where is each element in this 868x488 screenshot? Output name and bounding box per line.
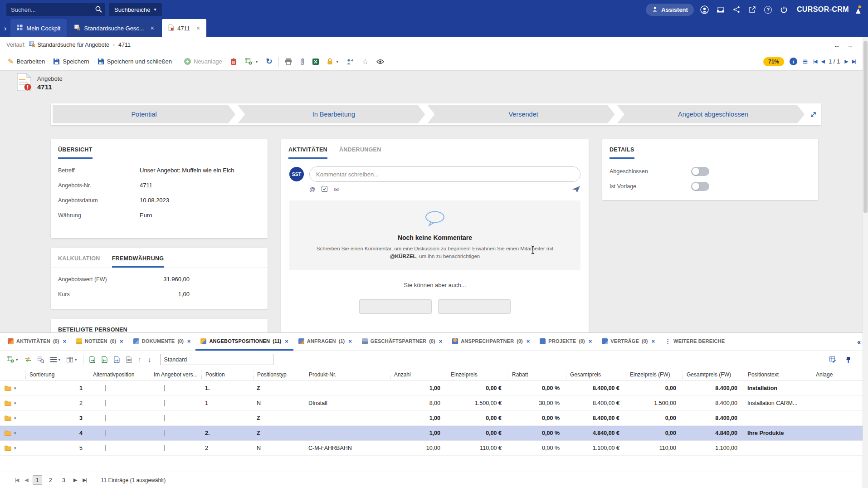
alternativposition-checkbox[interactable]: [105, 430, 106, 436]
tab-fremdwaehrung[interactable]: FREMDWÄHRUNG: [112, 255, 164, 268]
mention-icon[interactable]: @: [309, 186, 315, 193]
table-row-selected[interactable]: ▾ 4 2. Z 1,00 0,00 € 0,00 % 4.840,00 € 0…: [0, 426, 868, 441]
bottom-tab-angebotspositionen[interactable]: ANGEBOTSPOSITIONEN (11) ×: [195, 333, 293, 351]
column-header[interactable]: Produkt-Nr.: [305, 371, 390, 379]
close-icon[interactable]: ×: [285, 338, 288, 345]
alternativposition-checkbox[interactable]: [105, 445, 106, 451]
breadcrumb-link-standardsuche[interactable]: Standardsuche für Angebote: [37, 42, 109, 48]
search-input[interactable]: [6, 3, 105, 16]
close-icon[interactable]: ×: [196, 25, 200, 31]
bottom-tab-vertraege[interactable]: VERTRÄGE (0) ×: [597, 333, 660, 351]
alternativposition-checkbox[interactable]: [105, 400, 106, 406]
add-position-button[interactable]: ▾: [5, 354, 20, 366]
view-select-input[interactable]: [160, 354, 273, 365]
table-row[interactable]: ▾ 1 1. Z 1,00 0,00 € 0,00 % 8.400,00 € 0…: [0, 381, 868, 396]
delete-button[interactable]: [226, 55, 241, 68]
column-header[interactable]: Alternativposition: [89, 371, 150, 379]
bottom-tab-anfragen[interactable]: ANFRAGEN (1) ×: [293, 333, 357, 351]
preview-button[interactable]: [372, 55, 388, 68]
scrollbar-thumb[interactable]: [863, 41, 868, 213]
tab-aktivitaeten-feed[interactable]: AKTIVITÄTEN: [288, 146, 327, 159]
comment-input[interactable]: [309, 166, 580, 182]
stage-versendet[interactable]: Versendet: [428, 105, 615, 123]
open-external-button[interactable]: [747, 5, 757, 15]
save-and-close-button[interactable]: Speichern und schließen: [93, 55, 176, 68]
column-header[interactable]: Gesamtpreis (FW): [683, 371, 744, 379]
im-angebot-checkbox[interactable]: [164, 385, 165, 391]
row-menu-icon[interactable]: ▾: [14, 401, 16, 405]
column-header[interactable]: Einzelpreis (FW): [626, 371, 683, 379]
next-page-icon[interactable]: ▶: [72, 477, 78, 483]
alternativposition-checkbox[interactable]: [105, 385, 106, 391]
row-menu-icon[interactable]: ▾: [14, 386, 16, 390]
close-icon[interactable]: ×: [63, 338, 66, 345]
print-list-button[interactable]: [124, 354, 134, 366]
new-record-button[interactable]: + Neuanlage: [180, 55, 226, 68]
close-icon[interactable]: ×: [651, 338, 655, 345]
save-button[interactable]: Speichern: [49, 55, 93, 68]
quick-action-button[interactable]: [359, 299, 432, 314]
excel-export-button[interactable]: [87, 354, 98, 366]
tab-mein-cockpit[interactable]: Mein Cockpit: [10, 19, 67, 37]
forward-record-button[interactable]: [342, 55, 358, 68]
bottom-tab-ansprechpartner[interactable]: ANSPRECHPARTNER (0) ×: [447, 333, 535, 351]
info-icon[interactable]: i: [790, 58, 797, 65]
attachment-button[interactable]: [296, 55, 308, 68]
stage-in-bearbeitung[interactable]: In Bearbeitung: [238, 105, 425, 123]
vertical-scrollbar[interactable]: [863, 37, 868, 488]
search-icon[interactable]: [95, 5, 102, 13]
page-button-2[interactable]: 2: [46, 475, 55, 485]
lock-button[interactable]: ▾: [323, 55, 343, 68]
column-header[interactable]: Gesamtpreis: [566, 371, 626, 379]
stage-angebot-abgeschlossen[interactable]: Angebot abgeschlossen: [617, 105, 805, 123]
send-comment-button[interactable]: [572, 185, 580, 193]
last-page-icon[interactable]: ▶|: [81, 477, 87, 483]
list-view-button[interactable]: ▾: [48, 354, 63, 366]
share-button[interactable]: [731, 5, 741, 15]
tab-uebersicht[interactable]: ÜBERSICHT: [58, 146, 93, 159]
column-layout-button[interactable]: ▾: [64, 354, 79, 366]
table-row[interactable]: ▾ 3 Z 1,00 0,00 € 0,00 % 8.400,00 € 0,00…: [0, 411, 868, 426]
tab-aenderungen[interactable]: ÄNDERUNGEN: [339, 146, 381, 159]
tab-kalkulation[interactable]: KALKULATION: [58, 255, 100, 268]
column-header[interactable]: Anzahl: [390, 371, 447, 379]
file-export-button[interactable]: [112, 354, 122, 366]
sort-ascending-button[interactable]: ↑: [136, 354, 144, 366]
close-icon[interactable]: ×: [589, 338, 592, 345]
email-icon[interactable]: ✉: [334, 186, 339, 193]
inbox-button[interactable]: [716, 5, 726, 15]
column-header[interactable]: Positionstext: [744, 371, 812, 379]
tab-beteiligte-personen[interactable]: BETEILIGTE PERSONEN: [58, 327, 127, 332]
row-menu-icon[interactable]: ▾: [14, 446, 16, 450]
ist-vorlage-toggle[interactable]: [691, 182, 709, 191]
alternativposition-checkbox[interactable]: [105, 415, 106, 421]
close-icon[interactable]: ×: [348, 338, 352, 345]
favorite-button[interactable]: ☆: [358, 55, 372, 68]
im-angebot-checkbox[interactable]: [164, 415, 165, 421]
close-icon[interactable]: ×: [187, 338, 191, 345]
row-menu-icon[interactable]: ▾: [14, 416, 16, 420]
refresh-button[interactable]: ↻: [262, 55, 276, 68]
print-button[interactable]: [281, 55, 296, 68]
transfer-positions-button[interactable]: [22, 354, 34, 366]
stage-potential[interactable]: Potential: [53, 105, 235, 123]
bottom-tab-notizen[interactable]: NOTIZEN (0) ×: [71, 333, 128, 351]
previous-record-icon[interactable]: ◀: [821, 59, 824, 64]
tab-scroll-icon[interactable]: ›: [0, 24, 10, 37]
previous-page-icon[interactable]: ◀: [23, 477, 29, 483]
column-header[interactable]: Position: [201, 371, 253, 379]
tab-4711[interactable]: 4711 ×: [162, 19, 206, 37]
column-header[interactable]: Rabatt: [508, 371, 566, 379]
bottom-tab-geschaeftspartner[interactable]: GESCHÄFTSPARTNER (0) ×: [357, 333, 447, 351]
close-icon[interactable]: ×: [120, 338, 123, 345]
tab-standardsuche[interactable]: Standardsuche Gesc... ×: [68, 19, 160, 37]
pin-panel-button[interactable]: [843, 354, 853, 366]
column-header[interactable]: Sortierung: [25, 371, 89, 379]
last-record-icon[interactable]: ▶|: [852, 59, 855, 64]
search-in-table-button[interactable]: [35, 354, 46, 366]
abgeschlossen-toggle[interactable]: [691, 167, 709, 176]
im-angebot-checkbox[interactable]: [164, 445, 165, 451]
page-button-1[interactable]: 1: [33, 475, 42, 485]
first-record-icon[interactable]: |◀: [813, 59, 816, 64]
collapse-tabs-icon[interactable]: «: [857, 333, 861, 351]
